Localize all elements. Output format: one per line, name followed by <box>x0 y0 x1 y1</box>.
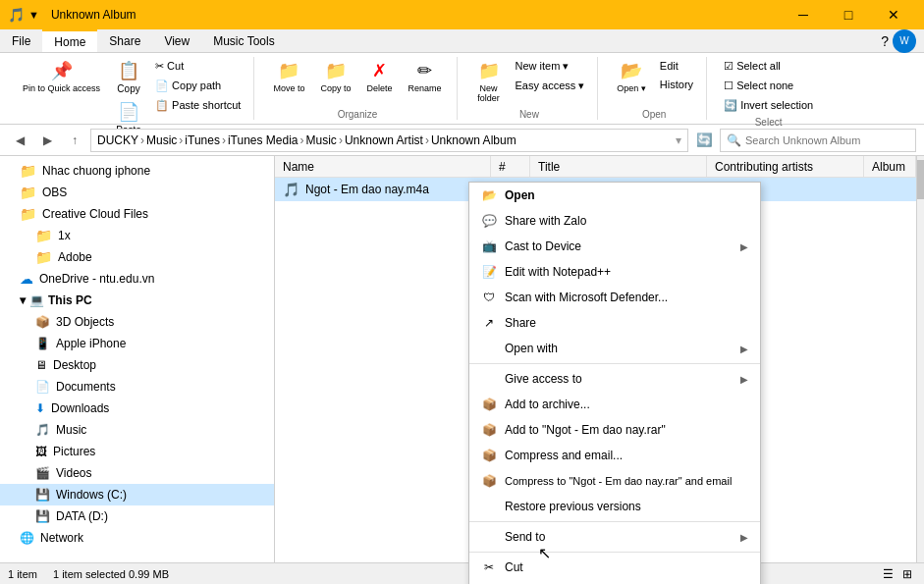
select-buttons: ☑ Select all ☐ Select none 🔄 Invert sele… <box>719 57 818 115</box>
open-label: Open <box>642 107 666 120</box>
folder-icon: 📁 <box>35 228 52 243</box>
address-path[interactable]: DUCKY › Music › iTunes › iTunes Media › … <box>90 129 688 152</box>
music-icon: 🎵 <box>35 423 50 437</box>
tab-home[interactable]: Home <box>42 29 97 52</box>
col-contributing[interactable]: Contributing artists <box>707 156 864 177</box>
tab-music-tools[interactable]: Music Tools <box>201 29 286 52</box>
rename-ribbon-button[interactable]: ✏ Rename <box>401 57 448 96</box>
ctx-restore[interactable]: Restore previous versions <box>469 494 760 519</box>
copy-button[interactable]: 📋 Copy <box>109 57 148 97</box>
sidebar-item-this-pc[interactable]: ▾ 💻 This PC <box>0 290 274 311</box>
ctx-open-with[interactable]: Open with ▶ <box>469 336 760 361</box>
restore-icon <box>481 499 497 514</box>
sidebar-item-videos[interactable]: 🎬 Videos <box>0 462 274 484</box>
sidebar-item-onedrive[interactable]: ☁ OneDrive - ntu.edu.vn <box>0 268 274 290</box>
tab-share[interactable]: Share <box>97 29 152 52</box>
col-name[interactable]: Name <box>275 156 491 177</box>
ctx-open[interactable]: 📂 Open <box>469 183 760 208</box>
sidebar-item-data-d[interactable]: 💾 DATA (D:) <box>0 505 274 527</box>
select-all-button[interactable]: ☑ Select all <box>719 57 818 76</box>
ctx-add-rar[interactable]: 📦 Add to "Ngot - Em dao nay.rar" <box>469 417 760 443</box>
up-button[interactable]: ↑ <box>63 129 86 152</box>
copy-to-button[interactable]: 📁 Copy to <box>313 57 357 96</box>
scrollbar[interactable] <box>916 156 924 562</box>
ctx-cut[interactable]: ✂ Cut <box>469 555 760 580</box>
select-none-button[interactable]: ☐ Select none <box>719 77 818 95</box>
sidebar-item-desktop[interactable]: 🖥 Desktop <box>0 354 274 376</box>
sidebar-item-nhac-chuong[interactable]: 📁 Nhac chuong iphone <box>0 160 274 182</box>
paste-shortcut-button[interactable]: 📋 Paste shortcut <box>150 96 245 115</box>
sidebar-item-downloads[interactable]: ⬇ Downloads <box>0 398 274 419</box>
folder-icon: 📁 <box>20 206 36 222</box>
open-ctx-icon: 📂 <box>481 187 497 203</box>
scroll-thumb[interactable] <box>917 160 924 199</box>
new-label: New <box>519 107 539 120</box>
notepad-icon: 📝 <box>481 264 497 280</box>
ctx-edit-notepad[interactable]: 📝 Edit with Notepad++ <box>469 259 760 285</box>
arrow-icon-2: ▶ <box>740 344 748 354</box>
easy-access-button[interactable]: Easy access ▾ <box>511 77 590 95</box>
details-view-button[interactable]: ☰ <box>879 565 897 583</box>
new-folder-icon: 📁 <box>478 60 500 81</box>
history-button[interactable]: History <box>655 76 698 93</box>
sidebar-item-creative-cloud[interactable]: 📁 Creative Cloud Files <box>0 203 274 225</box>
downloads-icon: ⬇ <box>35 401 45 415</box>
forward-button[interactable]: ▶ <box>35 129 59 152</box>
cut-button[interactable]: ✂ Cut <box>150 57 245 76</box>
sidebar-item-1x[interactable]: 📁 1x <box>0 225 274 246</box>
ctx-send-to[interactable]: Send to ▶ <box>469 524 760 550</box>
arrow-icon-4: ▶ <box>740 532 748 543</box>
open-ribbon-button[interactable]: 📂 Open ▾ <box>610 57 653 96</box>
maximize-button[interactable]: □ <box>826 0 871 29</box>
col-album[interactable]: Album <box>864 156 916 177</box>
folder-icon: 📁 <box>20 163 36 179</box>
pin-quick-access-button[interactable]: 📌 Pin to Quick access <box>16 57 107 97</box>
large-icons-button[interactable]: ⊞ <box>898 565 916 583</box>
ctx-share[interactable]: ↗ Share <box>469 310 760 336</box>
copy-path-button[interactable]: 📄 Copy path <box>150 77 245 95</box>
col-title[interactable]: Title <box>530 156 707 177</box>
edit-history-group: Edit History <box>655 57 698 93</box>
sidebar-item-windows-c[interactable]: 💾 Windows (C:) <box>0 484 274 505</box>
compress-icon: 📦 <box>481 448 497 463</box>
ctx-give-access[interactable]: Give access to ▶ <box>469 366 760 392</box>
selected-info: 1 item selected 0.99 MB <box>53 568 169 580</box>
ctx-compress-email[interactable]: 📦 Compress and email... <box>469 443 760 468</box>
ctx-cast-device[interactable]: 📺 Cast to Device ▶ <box>469 234 760 259</box>
delete-ribbon-button[interactable]: ✗ Delete <box>359 57 399 96</box>
close-button[interactable]: ✕ <box>871 0 916 29</box>
sidebar-item-pictures[interactable]: 🖼 Pictures <box>0 441 274 462</box>
invert-selection-button[interactable]: 🔄 Invert selection <box>719 96 818 115</box>
paste-icon: 📄 <box>118 101 139 123</box>
move-to-button[interactable]: 📁 Move to <box>266 57 311 96</box>
sidebar-item-adobe[interactable]: 📁 Adobe <box>0 246 274 268</box>
3d-icon: 📦 <box>35 315 50 329</box>
new-item-button[interactable]: New item ▾ <box>511 57 590 76</box>
sidebar-item-3d-objects[interactable]: 📦 3D Objects <box>0 311 274 333</box>
col-num[interactable]: # <box>491 156 530 177</box>
edit-button[interactable]: Edit <box>655 57 698 75</box>
ctx-scan-defender[interactable]: 🛡 Scan with Microsoft Defender... <box>469 285 760 310</box>
minimize-button[interactable]: ─ <box>781 0 826 29</box>
ctx-copy[interactable]: 📋 Copy <box>469 580 760 584</box>
network-icon: 🌐 <box>20 531 34 545</box>
tab-view[interactable]: View <box>152 29 201 52</box>
organize-buttons: 📁 Move to 📁 Copy to ✗ Delete ✏ Rename <box>266 57 448 107</box>
search-icon: 🔍 <box>727 133 741 147</box>
ctx-add-archive[interactable]: 📦 Add to archive... <box>469 392 760 417</box>
documents-icon: 📄 <box>35 380 50 394</box>
sidebar-item-music[interactable]: 🎵 Music <box>0 419 274 441</box>
ctx-compress-rar-email[interactable]: 📦 Compress to "Ngot - Em dao nay.rar" an… <box>469 468 760 494</box>
sidebar-item-network[interactable]: 🌐 Network <box>0 527 274 549</box>
ribbon-group-clipboard: 📌 Pin to Quick access 📋 Copy 📄 Paste ✂ C… <box>8 57 254 120</box>
sidebar-item-obs[interactable]: 📁 OBS <box>0 182 274 203</box>
sidebar-item-documents[interactable]: 📄 Documents <box>0 376 274 398</box>
search-input[interactable] <box>745 134 909 146</box>
ctx-share-zalo[interactable]: 💬 Share with Zalo <box>469 208 760 234</box>
back-button[interactable]: ◀ <box>8 129 31 152</box>
new-folder-button[interactable]: 📁 Newfolder <box>469 57 509 106</box>
tab-file[interactable]: File <box>0 29 42 52</box>
search-box[interactable]: 🔍 <box>720 129 916 152</box>
refresh-button[interactable]: 🔄 <box>692 129 716 152</box>
sidebar-item-apple-iphone[interactable]: 📱 Apple iPhone <box>0 333 274 354</box>
